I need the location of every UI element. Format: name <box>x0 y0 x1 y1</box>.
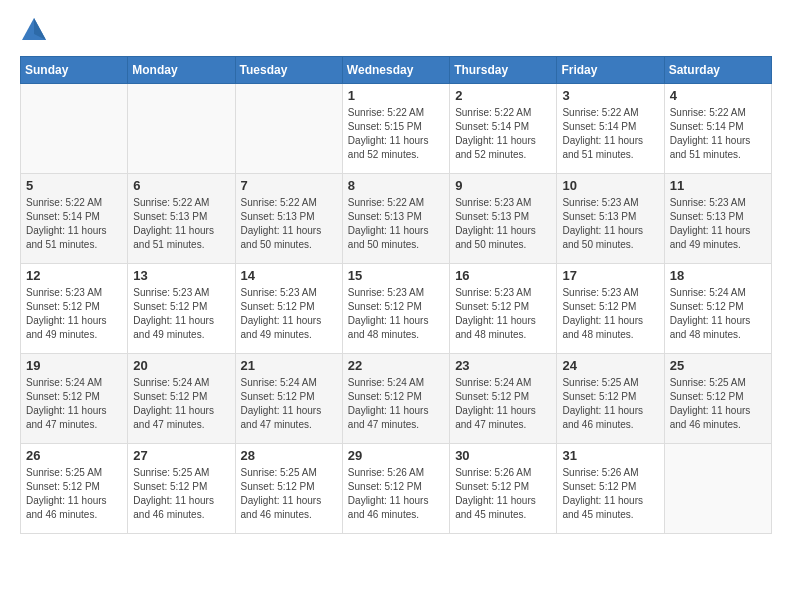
logo <box>20 16 52 44</box>
day-info: Sunrise: 5:23 AM Sunset: 5:13 PM Dayligh… <box>455 196 551 252</box>
calendar-header: SundayMondayTuesdayWednesdayThursdayFrid… <box>21 57 772 84</box>
calendar-table: SundayMondayTuesdayWednesdayThursdayFrid… <box>20 56 772 534</box>
calendar-cell: 2Sunrise: 5:22 AM Sunset: 5:14 PM Daylig… <box>450 84 557 174</box>
calendar-cell: 21Sunrise: 5:24 AM Sunset: 5:12 PM Dayli… <box>235 354 342 444</box>
calendar-cell: 26Sunrise: 5:25 AM Sunset: 5:12 PM Dayli… <box>21 444 128 534</box>
calendar-cell <box>128 84 235 174</box>
day-info: Sunrise: 5:25 AM Sunset: 5:12 PM Dayligh… <box>26 466 122 522</box>
calendar-cell <box>664 444 771 534</box>
day-of-week-header: Tuesday <box>235 57 342 84</box>
day-info: Sunrise: 5:26 AM Sunset: 5:12 PM Dayligh… <box>348 466 444 522</box>
day-number: 17 <box>562 268 658 283</box>
day-info: Sunrise: 5:24 AM Sunset: 5:12 PM Dayligh… <box>26 376 122 432</box>
calendar-cell: 25Sunrise: 5:25 AM Sunset: 5:12 PM Dayli… <box>664 354 771 444</box>
day-info: Sunrise: 5:22 AM Sunset: 5:14 PM Dayligh… <box>562 106 658 162</box>
day-of-week-header: Friday <box>557 57 664 84</box>
day-info: Sunrise: 5:23 AM Sunset: 5:12 PM Dayligh… <box>348 286 444 342</box>
day-info: Sunrise: 5:24 AM Sunset: 5:12 PM Dayligh… <box>241 376 337 432</box>
day-number: 10 <box>562 178 658 193</box>
day-of-week-header: Sunday <box>21 57 128 84</box>
calendar-cell: 23Sunrise: 5:24 AM Sunset: 5:12 PM Dayli… <box>450 354 557 444</box>
day-info: Sunrise: 5:22 AM Sunset: 5:15 PM Dayligh… <box>348 106 444 162</box>
day-number: 23 <box>455 358 551 373</box>
day-info: Sunrise: 5:22 AM Sunset: 5:14 PM Dayligh… <box>670 106 766 162</box>
calendar-page: SundayMondayTuesdayWednesdayThursdayFrid… <box>0 0 792 550</box>
calendar-cell: 31Sunrise: 5:26 AM Sunset: 5:12 PM Dayli… <box>557 444 664 534</box>
calendar-cell: 8Sunrise: 5:22 AM Sunset: 5:13 PM Daylig… <box>342 174 449 264</box>
calendar-cell: 6Sunrise: 5:22 AM Sunset: 5:13 PM Daylig… <box>128 174 235 264</box>
day-number: 29 <box>348 448 444 463</box>
day-info: Sunrise: 5:23 AM Sunset: 5:12 PM Dayligh… <box>455 286 551 342</box>
day-info: Sunrise: 5:24 AM Sunset: 5:12 PM Dayligh… <box>133 376 229 432</box>
header-row: SundayMondayTuesdayWednesdayThursdayFrid… <box>21 57 772 84</box>
day-info: Sunrise: 5:26 AM Sunset: 5:12 PM Dayligh… <box>562 466 658 522</box>
calendar-cell: 22Sunrise: 5:24 AM Sunset: 5:12 PM Dayli… <box>342 354 449 444</box>
day-info: Sunrise: 5:22 AM Sunset: 5:13 PM Dayligh… <box>133 196 229 252</box>
calendar-cell <box>21 84 128 174</box>
day-number: 24 <box>562 358 658 373</box>
day-info: Sunrise: 5:23 AM Sunset: 5:13 PM Dayligh… <box>670 196 766 252</box>
day-number: 18 <box>670 268 766 283</box>
calendar-cell: 16Sunrise: 5:23 AM Sunset: 5:12 PM Dayli… <box>450 264 557 354</box>
day-info: Sunrise: 5:24 AM Sunset: 5:12 PM Dayligh… <box>348 376 444 432</box>
calendar-cell: 19Sunrise: 5:24 AM Sunset: 5:12 PM Dayli… <box>21 354 128 444</box>
day-number: 6 <box>133 178 229 193</box>
calendar-cell: 1Sunrise: 5:22 AM Sunset: 5:15 PM Daylig… <box>342 84 449 174</box>
day-info: Sunrise: 5:25 AM Sunset: 5:12 PM Dayligh… <box>562 376 658 432</box>
calendar-body: 1Sunrise: 5:22 AM Sunset: 5:15 PM Daylig… <box>21 84 772 534</box>
day-of-week-header: Monday <box>128 57 235 84</box>
calendar-cell: 18Sunrise: 5:24 AM Sunset: 5:12 PM Dayli… <box>664 264 771 354</box>
day-info: Sunrise: 5:23 AM Sunset: 5:12 PM Dayligh… <box>241 286 337 342</box>
day-info: Sunrise: 5:22 AM Sunset: 5:13 PM Dayligh… <box>348 196 444 252</box>
day-number: 3 <box>562 88 658 103</box>
calendar-cell: 12Sunrise: 5:23 AM Sunset: 5:12 PM Dayli… <box>21 264 128 354</box>
day-info: Sunrise: 5:22 AM Sunset: 5:14 PM Dayligh… <box>455 106 551 162</box>
day-number: 30 <box>455 448 551 463</box>
logo-icon <box>20 16 48 44</box>
calendar-cell: 5Sunrise: 5:22 AM Sunset: 5:14 PM Daylig… <box>21 174 128 264</box>
day-number: 19 <box>26 358 122 373</box>
header <box>20 16 772 44</box>
day-info: Sunrise: 5:23 AM Sunset: 5:13 PM Dayligh… <box>562 196 658 252</box>
calendar-cell: 11Sunrise: 5:23 AM Sunset: 5:13 PM Dayli… <box>664 174 771 264</box>
calendar-cell: 7Sunrise: 5:22 AM Sunset: 5:13 PM Daylig… <box>235 174 342 264</box>
day-number: 13 <box>133 268 229 283</box>
calendar-cell: 3Sunrise: 5:22 AM Sunset: 5:14 PM Daylig… <box>557 84 664 174</box>
day-number: 5 <box>26 178 122 193</box>
day-number: 9 <box>455 178 551 193</box>
calendar-cell: 28Sunrise: 5:25 AM Sunset: 5:12 PM Dayli… <box>235 444 342 534</box>
day-info: Sunrise: 5:26 AM Sunset: 5:12 PM Dayligh… <box>455 466 551 522</box>
calendar-cell: 15Sunrise: 5:23 AM Sunset: 5:12 PM Dayli… <box>342 264 449 354</box>
calendar-week-row: 19Sunrise: 5:24 AM Sunset: 5:12 PM Dayli… <box>21 354 772 444</box>
calendar-cell: 27Sunrise: 5:25 AM Sunset: 5:12 PM Dayli… <box>128 444 235 534</box>
calendar-cell: 9Sunrise: 5:23 AM Sunset: 5:13 PM Daylig… <box>450 174 557 264</box>
day-info: Sunrise: 5:24 AM Sunset: 5:12 PM Dayligh… <box>670 286 766 342</box>
day-number: 28 <box>241 448 337 463</box>
calendar-cell: 17Sunrise: 5:23 AM Sunset: 5:12 PM Dayli… <box>557 264 664 354</box>
calendar-cell: 14Sunrise: 5:23 AM Sunset: 5:12 PM Dayli… <box>235 264 342 354</box>
day-number: 16 <box>455 268 551 283</box>
day-number: 22 <box>348 358 444 373</box>
day-number: 26 <box>26 448 122 463</box>
day-number: 4 <box>670 88 766 103</box>
calendar-week-row: 5Sunrise: 5:22 AM Sunset: 5:14 PM Daylig… <box>21 174 772 264</box>
day-info: Sunrise: 5:25 AM Sunset: 5:12 PM Dayligh… <box>241 466 337 522</box>
day-info: Sunrise: 5:23 AM Sunset: 5:12 PM Dayligh… <box>26 286 122 342</box>
day-number: 20 <box>133 358 229 373</box>
day-number: 15 <box>348 268 444 283</box>
day-number: 14 <box>241 268 337 283</box>
calendar-cell: 29Sunrise: 5:26 AM Sunset: 5:12 PM Dayli… <box>342 444 449 534</box>
day-info: Sunrise: 5:25 AM Sunset: 5:12 PM Dayligh… <box>670 376 766 432</box>
day-info: Sunrise: 5:25 AM Sunset: 5:12 PM Dayligh… <box>133 466 229 522</box>
day-info: Sunrise: 5:23 AM Sunset: 5:12 PM Dayligh… <box>133 286 229 342</box>
day-number: 1 <box>348 88 444 103</box>
day-number: 2 <box>455 88 551 103</box>
day-number: 27 <box>133 448 229 463</box>
calendar-cell <box>235 84 342 174</box>
day-info: Sunrise: 5:23 AM Sunset: 5:12 PM Dayligh… <box>562 286 658 342</box>
day-number: 25 <box>670 358 766 373</box>
day-number: 8 <box>348 178 444 193</box>
calendar-week-row: 26Sunrise: 5:25 AM Sunset: 5:12 PM Dayli… <box>21 444 772 534</box>
day-of-week-header: Thursday <box>450 57 557 84</box>
calendar-cell: 10Sunrise: 5:23 AM Sunset: 5:13 PM Dayli… <box>557 174 664 264</box>
